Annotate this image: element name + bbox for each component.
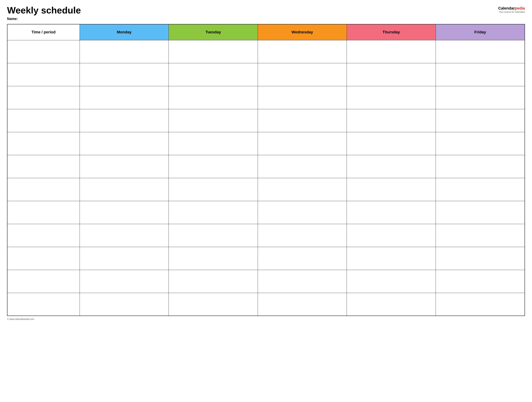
schedule-cell[interactable] — [80, 109, 169, 132]
schedule-cell[interactable] — [436, 224, 525, 247]
schedule-cell[interactable] — [80, 63, 169, 86]
schedule-cell[interactable] — [169, 155, 258, 178]
col-header-time: Time / period — [7, 24, 80, 40]
page-header: Weekly schedule Name: Calendarpedia Your… — [7, 5, 525, 21]
schedule-cell[interactable] — [80, 178, 169, 201]
schedule-cell[interactable] — [258, 247, 347, 270]
schedule-cell[interactable] — [169, 201, 258, 224]
schedule-cell[interactable] — [169, 132, 258, 155]
schedule-cell[interactable] — [436, 40, 525, 63]
time-cell[interactable] — [7, 86, 80, 109]
header-row: Time / period Monday Tuesday Wednesday T… — [7, 24, 525, 40]
col-header-tuesday: Tuesday — [169, 24, 258, 40]
schedule-cell[interactable] — [258, 86, 347, 109]
schedule-body — [7, 40, 525, 316]
schedule-cell[interactable] — [436, 109, 525, 132]
schedule-cell[interactable] — [436, 178, 525, 201]
table-row — [7, 201, 525, 224]
table-row — [7, 224, 525, 247]
schedule-cell[interactable] — [347, 109, 436, 132]
table-row — [7, 109, 525, 132]
table-row — [7, 155, 525, 178]
schedule-cell[interactable] — [169, 86, 258, 109]
time-cell[interactable] — [7, 224, 80, 247]
schedule-cell[interactable] — [169, 270, 258, 293]
schedule-cell[interactable] — [258, 63, 347, 86]
schedule-cell[interactable] — [80, 224, 169, 247]
schedule-cell[interactable] — [80, 40, 169, 63]
table-row — [7, 132, 525, 155]
time-cell[interactable] — [7, 201, 80, 224]
time-cell[interactable] — [7, 247, 80, 270]
schedule-cell[interactable] — [436, 201, 525, 224]
schedule-cell[interactable] — [436, 247, 525, 270]
time-cell[interactable] — [7, 178, 80, 201]
time-cell[interactable] — [7, 40, 80, 63]
schedule-cell[interactable] — [347, 293, 436, 316]
schedule-cell[interactable] — [258, 40, 347, 63]
schedule-cell[interactable] — [347, 132, 436, 155]
schedule-cell[interactable] — [258, 132, 347, 155]
schedule-cell[interactable] — [436, 270, 525, 293]
schedule-table: Time / period Monday Tuesday Wednesday T… — [7, 24, 525, 316]
schedule-cell[interactable] — [347, 155, 436, 178]
schedule-cell[interactable] — [80, 86, 169, 109]
schedule-cell[interactable] — [258, 155, 347, 178]
schedule-cell[interactable] — [436, 132, 525, 155]
schedule-cell[interactable] — [258, 224, 347, 247]
schedule-cell[interactable] — [258, 293, 347, 316]
col-header-thursday: Thursday — [347, 24, 436, 40]
schedule-cell[interactable] — [347, 40, 436, 63]
schedule-cell[interactable] — [169, 63, 258, 86]
col-header-monday: Monday — [80, 24, 169, 40]
table-row — [7, 270, 525, 293]
time-cell[interactable] — [7, 132, 80, 155]
schedule-cell[interactable] — [80, 201, 169, 224]
footer: © www.calendarpedia.com — [7, 318, 525, 320]
table-row — [7, 247, 525, 270]
schedule-cell[interactable] — [436, 155, 525, 178]
time-cell[interactable] — [7, 63, 80, 86]
schedule-cell[interactable] — [436, 86, 525, 109]
schedule-cell[interactable] — [169, 247, 258, 270]
page-title: Weekly schedule — [7, 5, 81, 15]
schedule-cell[interactable] — [258, 270, 347, 293]
schedule-cell[interactable] — [436, 63, 525, 86]
title-section: Weekly schedule Name: — [7, 5, 81, 21]
logo-pedia: pedia — [515, 6, 525, 10]
schedule-cell[interactable] — [347, 270, 436, 293]
schedule-cell[interactable] — [347, 86, 436, 109]
table-row — [7, 293, 525, 316]
schedule-cell[interactable] — [80, 270, 169, 293]
footer-url: © www.calendarpedia.com — [7, 318, 34, 320]
schedule-cell[interactable] — [80, 155, 169, 178]
schedule-cell[interactable] — [258, 178, 347, 201]
schedule-cell[interactable] — [80, 247, 169, 270]
schedule-cell[interactable] — [347, 63, 436, 86]
schedule-cell[interactable] — [169, 109, 258, 132]
time-cell[interactable] — [7, 155, 80, 178]
schedule-cell[interactable] — [169, 40, 258, 63]
schedule-cell[interactable] — [347, 247, 436, 270]
schedule-cell[interactable] — [169, 293, 258, 316]
schedule-cell[interactable] — [347, 224, 436, 247]
schedule-cell[interactable] — [80, 132, 169, 155]
schedule-cell[interactable] — [169, 178, 258, 201]
time-cell[interactable] — [7, 270, 80, 293]
schedule-cell[interactable] — [436, 293, 525, 316]
col-header-friday: Friday — [436, 24, 525, 40]
schedule-cell[interactable] — [347, 178, 436, 201]
logo-text: Calendarpedia — [498, 6, 525, 11]
schedule-cell[interactable] — [347, 201, 436, 224]
time-cell[interactable] — [7, 109, 80, 132]
schedule-cell[interactable] — [258, 201, 347, 224]
table-row — [7, 63, 525, 86]
logo-subtitle: Your source for calendars — [499, 11, 525, 13]
col-header-wednesday: Wednesday — [258, 24, 347, 40]
schedule-cell[interactable] — [258, 109, 347, 132]
schedule-cell[interactable] — [169, 224, 258, 247]
schedule-cell[interactable] — [80, 293, 169, 316]
time-cell[interactable] — [7, 293, 80, 316]
table-row — [7, 40, 525, 63]
table-row — [7, 86, 525, 109]
